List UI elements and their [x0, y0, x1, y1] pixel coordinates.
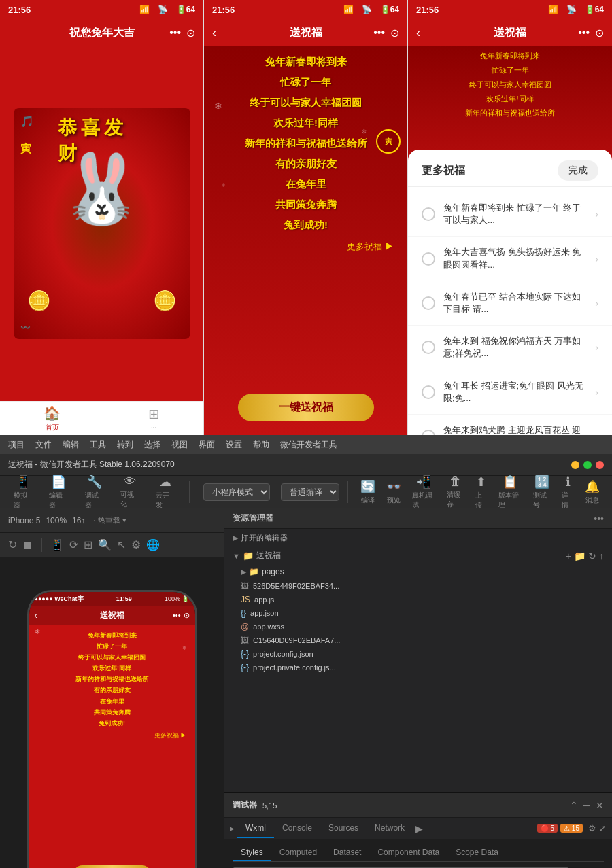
grid-icon[interactable]: ⊞: [84, 538, 92, 551]
radio-2[interactable]: [422, 252, 435, 266]
circle3-icon[interactable]: ⊙: [595, 27, 604, 39]
collapse-icon[interactable]: ↑: [599, 551, 604, 561]
file-project-config[interactable]: {-} project.config.json: [224, 647, 612, 661]
sim-menu-icon[interactable]: •••: [173, 611, 181, 620]
radio-4[interactable]: [422, 341, 435, 354]
menu-wechat-devtools[interactable]: 微信开发者工具: [280, 439, 337, 451]
tab-console[interactable]: Console: [274, 819, 320, 838]
menu-interface[interactable]: 界面: [199, 439, 215, 451]
tab-home[interactable]: 🏠 首页: [44, 405, 61, 432]
message-button[interactable]: 🔔 消息: [581, 476, 604, 508]
minimize-button[interactable]: [571, 461, 579, 469]
radio-6[interactable]: [422, 430, 435, 435]
blessing-item-5[interactable]: 兔年耳长 招运进宝;兔年眼圆 风光无限;兔... ›: [408, 370, 612, 415]
test-number-button[interactable]: 🔢 测试号: [529, 472, 555, 513]
tab-network[interactable]: Network: [367, 819, 413, 838]
cursor-icon[interactable]: ↖: [117, 538, 126, 551]
tab-sources[interactable]: Sources: [320, 819, 367, 838]
menu-dots-icon[interactable]: •••: [169, 27, 181, 39]
debugger-tool[interactable]: 🔧 调试器: [80, 472, 109, 513]
resource-manager-more-icon[interactable]: •••: [594, 513, 604, 524]
compile-button[interactable]: 🔄 编译: [356, 476, 379, 508]
phone-icon[interactable]: 📱: [50, 538, 64, 551]
settings2-icon[interactable]: ⚙: [131, 538, 141, 551]
project-folder[interactable]: ▼ 📁 送祝福 + 📁 ↻ ↑: [224, 547, 612, 564]
styles-tab-dataset[interactable]: Dataset: [325, 845, 369, 861]
blessing-item-2[interactable]: 兔年大吉喜气扬 兔头扬扬好运来 兔眼圆圆看祥... ›: [408, 237, 612, 281]
file-project-private[interactable]: {-} project.private.config.js...: [224, 661, 612, 674]
blessing-item-1[interactable]: 兔年新春即将到来 忙碌了一年 终于可以与家人... ›: [408, 192, 612, 237]
file-image-2[interactable]: 🖼 C15640D09F02EBAFA7...: [224, 633, 612, 647]
radio-1[interactable]: [422, 207, 435, 221]
back3-icon[interactable]: ‹: [416, 26, 420, 40]
cloud-tool[interactable]: ☁ 云开发: [150, 472, 180, 513]
file-appwxss[interactable]: @ app.wxss: [224, 620, 612, 633]
circle2-icon[interactable]: ⊙: [390, 27, 399, 39]
menu-goto[interactable]: 转到: [117, 439, 133, 451]
devtools-expand-icon[interactable]: ⌃: [570, 800, 578, 811]
menu-select[interactable]: 选择: [144, 439, 160, 451]
tab-apps[interactable]: ⊞ ···: [148, 406, 160, 431]
blessing-item-4[interactable]: 兔年来到 福兔祝你鸿福齐天 万事如意;祥兔祝... ›: [408, 326, 612, 370]
styles-tab-component[interactable]: Component Data: [369, 845, 447, 861]
version-button[interactable]: 📋 版本管理: [494, 472, 526, 513]
pages-folder[interactable]: ▶ 📁 pages: [224, 564, 612, 579]
devtools-close-icon[interactable]: ✕: [596, 800, 604, 811]
stop-icon[interactable]: ⏹: [22, 539, 33, 551]
file-appjson[interactable]: {} app.json: [224, 606, 612, 620]
clear-cache-button[interactable]: 🗑 清缓存: [443, 472, 469, 512]
styles-tab-computed[interactable]: Computed: [271, 845, 325, 861]
menu-view[interactable]: 视图: [171, 439, 188, 451]
simulator-tool[interactable]: 📱 模拟器: [8, 472, 38, 513]
menu2-dots-icon[interactable]: •••: [373, 27, 385, 39]
file-appjs[interactable]: JS app.js: [224, 593, 612, 606]
blessing-item-3[interactable]: 兔年春节已至 结合本地实际 下达如下目标 请... ›: [408, 281, 612, 326]
more-tabs-icon[interactable]: ▶: [415, 823, 423, 834]
search2-icon[interactable]: 🔍: [98, 538, 112, 551]
menu-settings[interactable]: 设置: [226, 439, 242, 451]
file-image-1[interactable]: 🖼 526D5E449F02EBAF34...: [224, 579, 612, 593]
tab-wxml[interactable]: Wxml: [237, 819, 274, 838]
menu-edit[interactable]: 编辑: [63, 439, 79, 451]
real-test-button[interactable]: 📲 真机调试: [408, 472, 440, 513]
upload-button[interactable]: ⬆ 上传: [471, 472, 492, 513]
menu-file[interactable]: 文件: [35, 439, 52, 451]
sim-circle-icon[interactable]: ⊙: [184, 611, 190, 620]
compile-select[interactable]: 普通编译: [281, 483, 339, 501]
preview-button[interactable]: 👓 预览: [382, 476, 405, 508]
styles-tab-scope[interactable]: Scope Data: [447, 845, 507, 861]
visual-tool[interactable]: 👁 可视化: [115, 472, 145, 512]
details-button[interactable]: ℹ 详情: [558, 472, 578, 513]
refresh-tree-icon[interactable]: ↻: [588, 551, 596, 561]
opened-editors-section[interactable]: ▶ 打开的编辑器: [224, 529, 612, 547]
refresh-icon[interactable]: ↻: [8, 538, 17, 551]
more-blessings-link[interactable]: 更多祝福 ▶: [218, 241, 394, 253]
sim-back-icon[interactable]: ‹: [35, 610, 38, 621]
back-icon[interactable]: ‹: [212, 26, 216, 40]
styles-tab-styles[interactable]: Styles: [233, 845, 271, 861]
close-button[interactable]: [596, 461, 604, 469]
devtools-settings-icon[interactable]: ⚙: [588, 823, 596, 833]
editor-tool[interactable]: 📄 编辑器: [44, 472, 73, 513]
circle-icon[interactable]: ⊙: [186, 27, 195, 39]
radio-3[interactable]: [422, 296, 435, 310]
send-button[interactable]: 一键送祝福: [238, 394, 374, 421]
menu-help[interactable]: 帮助: [253, 439, 269, 451]
mode-select[interactable]: 小程序模式: [203, 483, 270, 501]
modal-done-button[interactable]: 完成: [558, 160, 598, 181]
menu3-dots-icon[interactable]: •••: [578, 27, 590, 39]
new-folder-icon[interactable]: 📁: [574, 551, 585, 561]
blessing-item-6[interactable]: 兔年来到鸡犬腾 主迎龙凤百花丛 迎春花儿红... ›: [408, 415, 612, 435]
menu-tools[interactable]: 工具: [90, 439, 106, 451]
maximize-button[interactable]: [583, 461, 592, 469]
new-file-icon[interactable]: +: [566, 551, 571, 561]
sim-more-link[interactable]: 更多祝福 ▶: [37, 731, 187, 740]
devtools-expand2-icon[interactable]: ⤢: [599, 823, 607, 833]
menu-project[interactable]: 项目: [8, 439, 24, 451]
devtools-minimize-icon[interactable]: ─: [583, 800, 590, 811]
radio-5[interactable]: [422, 385, 435, 399]
network2-icon[interactable]: 🌐: [146, 538, 160, 551]
devtools-arrow-icon[interactable]: ▸: [230, 823, 235, 833]
sim-send-button[interactable]: 一键送祝福: [73, 865, 151, 869]
rotate-icon[interactable]: ⟳: [69, 538, 78, 551]
